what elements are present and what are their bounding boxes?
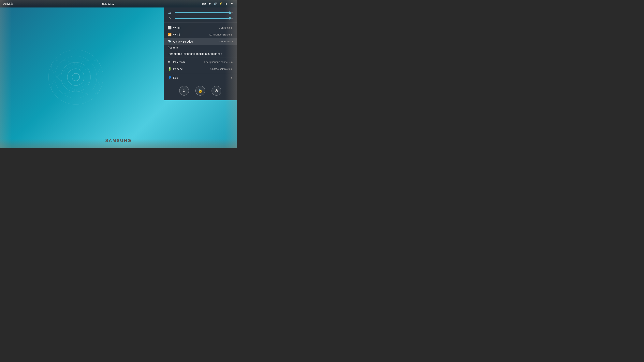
sliders-section: 🔈 ✳ [164, 7, 237, 23]
svg-point-3 [67, 69, 84, 85]
parametres-label: Paramètres téléphonie mobile à large ban… [168, 52, 233, 55]
desktop-decoration [44, 45, 107, 109]
volume-track[interactable] [175, 12, 233, 13]
lock-button[interactable]: 🔒 [195, 86, 205, 96]
wired-label: Wired [173, 26, 219, 29]
parametres-link[interactable]: Paramètres téléphonie mobile à large ban… [164, 51, 237, 57]
wifi-status: La-Grange-Brulee [209, 33, 230, 36]
user-arrow-icon: ▶ [231, 76, 233, 79]
mobile-hotspot-menu-item[interactable]: 📡 Galaxy S6 edge Connecté ▾ [164, 38, 237, 45]
menu-items-list: ⬜ Wired Connecté ▶ 📶 Wi-Fi La-Grange-Bru… [164, 23, 237, 83]
bluetooth-arrow-icon: ▶ [231, 61, 233, 63]
wifi-icon: 📶 [168, 33, 173, 36]
mobile-hotspot-icon: 📡 [168, 40, 173, 43]
wired-arrow-icon: ▶ [231, 26, 233, 29]
bluetooth-status: 1 périphérique conne... [204, 60, 230, 63]
wifi-menu-item[interactable]: 📶 Wi-Fi La-Grange-Brulee ▶ [164, 31, 237, 38]
lock-icon: 🔒 [198, 88, 202, 93]
svg-point-0 [48, 50, 103, 104]
volume-slider-row: 🔈 [168, 11, 233, 14]
brightness-thumb[interactable] [229, 17, 231, 19]
bottom-buttons-row: ⚙ 🔒 ⏻ [164, 83, 237, 97]
settings-button[interactable]: ⚙ [179, 86, 189, 96]
system-tray: ⌨ ✱ 🔊 ⚡ fr ▾ [202, 2, 234, 5]
svg-point-4 [72, 73, 80, 81]
volume-tray-icon[interactable]: 🔊 [214, 2, 217, 5]
brightness-fill [175, 18, 230, 19]
eteindre-link[interactable]: Éteindre [164, 45, 237, 51]
settings-icon: ⚙ [182, 88, 186, 93]
svg-point-6 [46, 53, 105, 101]
brand-label: SAMSUNG [105, 138, 132, 143]
wired-menu-item[interactable]: ⬜ Wired Connecté ▶ [164, 24, 237, 31]
menu-separator-2 [164, 73, 237, 73]
bluetooth-menu-item[interactable]: ✱ Bluetooth 1 périphérique conne... ▶ [164, 58, 237, 65]
keyboard-icon[interactable]: ⌨ [202, 2, 206, 5]
user-menu-item[interactable]: 👤 Kss ▶ [164, 74, 237, 81]
power-tray-icon[interactable]: ⚡ [219, 2, 222, 5]
menu-dropdown-icon[interactable]: ▾ [230, 2, 234, 5]
volume-thumb[interactable] [229, 11, 231, 14]
wifi-label: Wi-Fi [173, 33, 209, 36]
power-icon: ⏻ [215, 89, 218, 93]
battery-icon: 🔋 [168, 67, 173, 71]
battery-arrow-icon: ▶ [231, 68, 233, 70]
battery-menu-item[interactable]: 🔋 Batterie Charge complète ▶ [164, 65, 237, 72]
svg-point-5 [46, 53, 105, 101]
lang-indicator[interactable]: fr [224, 2, 228, 5]
brightness-track[interactable] [175, 18, 233, 19]
eteindre-label: Éteindre [168, 46, 233, 49]
wired-status: Connecté [219, 26, 230, 29]
mobile-hotspot-status: Connecté [220, 40, 230, 43]
volume-fill [175, 12, 230, 13]
mobile-hotspot-arrow-icon: ▾ [232, 40, 233, 43]
mobile-hotspot-label: Galaxy S6 edge [173, 40, 220, 43]
battery-status: Charge complète [210, 67, 230, 70]
system-menu-panel: 🔈 ✳ ⬜ Wired Connecté ▶ 📶 [164, 7, 237, 100]
brightness-slider-icon: ✳ [168, 16, 172, 20]
power-button[interactable]: ⏻ [212, 86, 222, 96]
datetime-display: mar. 13:17 [102, 2, 114, 5]
battery-label: Batterie [173, 67, 210, 71]
volume-slider-icon: 🔈 [168, 11, 172, 14]
user-avatar-icon: 👤 [168, 76, 173, 79]
wired-icon: ⬜ [168, 26, 173, 29]
activities-button[interactable]: Activités [3, 2, 14, 5]
bluetooth-label: Bluetooth [173, 60, 204, 64]
wifi-arrow-icon: ▶ [231, 33, 233, 36]
menu-separator-1 [164, 57, 237, 58]
bluetooth-icon: ✱ [168, 60, 173, 64]
bluetooth-tray-icon[interactable]: ✱ [208, 2, 212, 5]
svg-point-2 [61, 62, 90, 92]
brightness-slider-row: ✳ [168, 16, 233, 20]
user-label: Kss [173, 76, 231, 79]
topbar: Activités mar. 13:17 ⌨ ✱ 🔊 ⚡ fr ▾ [0, 0, 237, 7]
